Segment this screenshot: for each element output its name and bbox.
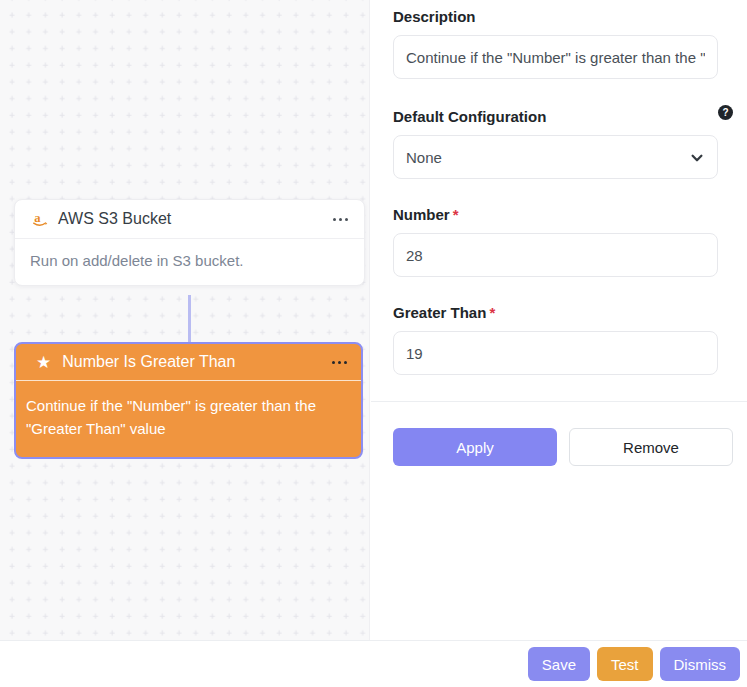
default-configuration-select[interactable]: None bbox=[393, 135, 718, 179]
default-configuration-field-group: Default Configuration None bbox=[393, 108, 747, 179]
panel-divider bbox=[371, 401, 747, 402]
save-button[interactable]: Save bbox=[528, 647, 590, 681]
greater-than-label: Greater Than* bbox=[393, 304, 747, 321]
default-configuration-label: Default Configuration bbox=[393, 108, 747, 125]
number-label: Number* bbox=[393, 206, 747, 223]
node-title: AWS S3 Bucket bbox=[58, 210, 333, 228]
greater-than-field-group: Greater Than* bbox=[393, 304, 747, 375]
number-label-text: Number bbox=[393, 206, 450, 223]
node-header: a AWS S3 Bucket bbox=[15, 200, 364, 239]
greater-than-label-text: Greater Than bbox=[393, 304, 486, 321]
node-connector-line bbox=[188, 295, 191, 343]
star-icon: ★ bbox=[36, 354, 51, 371]
test-button[interactable]: Test bbox=[597, 647, 653, 681]
remove-button[interactable]: Remove bbox=[569, 428, 733, 466]
node-menu-ellipsis-icon[interactable] bbox=[333, 214, 348, 225]
node-menu-ellipsis-icon[interactable] bbox=[332, 357, 347, 368]
description-label: Description bbox=[393, 8, 747, 25]
description-input[interactable] bbox=[393, 35, 718, 79]
svg-text:a: a bbox=[34, 211, 41, 225]
required-asterisk: * bbox=[453, 206, 459, 223]
help-icon[interactable]: ? bbox=[718, 105, 733, 120]
footer-action-bar: Save Test Dismiss bbox=[0, 640, 747, 687]
workflow-canvas[interactable]: a AWS S3 Bucket Run on add/delete in S3 … bbox=[0, 0, 370, 640]
dot-grid-pattern bbox=[0, 0, 370, 640]
description-field-group: Description bbox=[393, 8, 747, 79]
greater-than-input[interactable] bbox=[393, 331, 718, 375]
panel-actions: Apply Remove bbox=[393, 428, 733, 466]
chevron-down-icon bbox=[690, 151, 704, 165]
dismiss-button[interactable]: Dismiss bbox=[660, 647, 741, 681]
amazon-logo-icon: a bbox=[31, 210, 49, 228]
required-asterisk: * bbox=[489, 304, 495, 321]
node-config-panel: Description Default Configuration None N… bbox=[371, 0, 747, 640]
node-title: Number Is Greater Than bbox=[62, 353, 332, 371]
number-input[interactable] bbox=[393, 233, 718, 277]
selected-option-label: None bbox=[406, 149, 442, 166]
number-field-group: Number* bbox=[393, 206, 747, 277]
node-description: Continue if the "Number" is greater than… bbox=[16, 381, 361, 457]
node-header: ★ Number Is Greater Than bbox=[16, 344, 361, 381]
apply-button[interactable]: Apply bbox=[393, 428, 557, 466]
node-number-is-greater-than[interactable]: ★ Number Is Greater Than Continue if the… bbox=[14, 342, 363, 459]
node-description: Run on add/delete in S3 bucket. bbox=[15, 239, 364, 285]
node-aws-s3-bucket[interactable]: a AWS S3 Bucket Run on add/delete in S3 … bbox=[14, 199, 365, 286]
